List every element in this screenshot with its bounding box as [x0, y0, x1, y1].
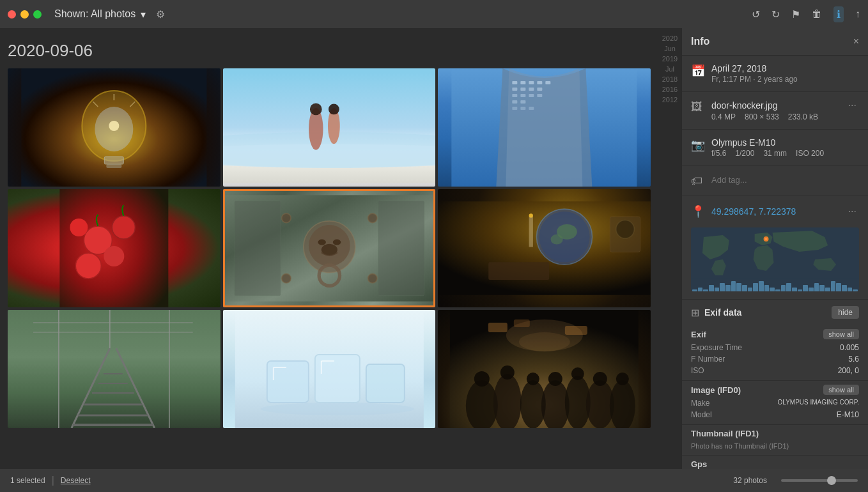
minimize-window-button[interactable]: [20, 10, 29, 19]
svg-rect-78: [8, 310, 221, 428]
photo-area-wrapper: 2020-09-06: [0, 28, 681, 469]
timeline-year-2019[interactable]: 2019: [662, 54, 678, 64]
export-icon[interactable]: ↑: [855, 8, 860, 20]
titlebar-actions: ↺ ↻ ⚑ 🗑 ℹ ↑: [752, 6, 860, 22]
map-bar: [836, 283, 841, 291]
svg-rect-23: [521, 88, 526, 91]
rotate-right-icon[interactable]: ↻: [771, 8, 780, 20]
svg-rect-34: [529, 107, 534, 110]
info-shutter: 1/200: [735, 149, 754, 158]
map-bar: [792, 288, 797, 291]
map-bar: [709, 285, 714, 291]
exif-row-exposure: Exposure Time 0.005: [691, 342, 859, 353]
info-file-content: door-knocker.jpg ··· 0.4 MP 800 × 533 23…: [711, 100, 859, 121]
svg-point-37: [112, 216, 135, 239]
photo-thumb-lightbulb[interactable]: [8, 68, 221, 187]
photo-thumb-globe[interactable]: [438, 189, 651, 307]
timeline-year-2020[interactable]: 2020: [662, 33, 678, 43]
exif-ifd0-header: Image (IFD0) show all: [691, 385, 859, 395]
info-panel-header: Info ×: [682, 28, 868, 56]
rotate-left-icon[interactable]: ↺: [752, 8, 760, 20]
deselect-button[interactable]: Deselect: [61, 476, 91, 485]
svg-point-51: [368, 213, 376, 222]
svg-point-101: [593, 372, 607, 386]
location-more-button[interactable]: ···: [846, 206, 859, 217]
info-camera-content: Olympus E-M10 f/5.6 1/200 31 mm ISO 200: [711, 137, 859, 158]
info-date-section: 📅 April 27, 2018 Fr, 1:17 PM · 2 years a…: [682, 56, 868, 92]
filter-selector[interactable]: Shown: All photos ▾: [54, 8, 146, 20]
map-bar: [798, 289, 803, 291]
svg-point-99: [548, 372, 562, 386]
close-window-button[interactable]: [8, 10, 16, 19]
exif-hide-button[interactable]: hide: [832, 306, 859, 319]
svg-rect-107: [565, 326, 587, 335]
map-graph: [691, 279, 859, 291]
exif-gps-header: Gps: [691, 459, 859, 469]
svg-point-11: [223, 144, 436, 167]
info-location-row: 📍 49.298647, 7.722378 ···: [691, 204, 859, 219]
exif-gps-title: Gps: [691, 459, 707, 469]
tag-icon: 🏷: [691, 174, 704, 188]
map-container[interactable]: [691, 227, 859, 291]
gear-icon[interactable]: ⚙: [156, 8, 165, 20]
map-bar: [775, 289, 780, 291]
flag-icon[interactable]: ⚑: [791, 8, 800, 20]
info-aperture: f/5.6: [711, 149, 726, 158]
map-bar: [786, 283, 791, 291]
info-panel: Info × 📅 April 27, 2018 Fr, 1:17 PM · 2 …: [681, 28, 868, 469]
photo-thumb-building[interactable]: [438, 68, 651, 187]
timeline-month-jun[interactable]: Jun: [664, 43, 676, 54]
svg-rect-42: [235, 201, 281, 295]
photo-thumb-railway[interactable]: [8, 310, 221, 428]
timeline-month-jul[interactable]: Jul: [665, 64, 674, 74]
exif-show-all-button[interactable]: show all: [823, 329, 859, 339]
exif-group-exif: Exif show all Exposure Time 0.005 F Numb…: [682, 325, 868, 381]
info-file-meta: 0.4 MP 800 × 533 233.0 kB: [711, 112, 859, 121]
exif-key-exposure: Exposure Time: [691, 343, 742, 352]
svg-rect-21: [546, 81, 551, 84]
tag-input[interactable]: [711, 175, 859, 185]
map-bar: [848, 288, 853, 291]
zoom-thumb[interactable]: [827, 476, 836, 485]
photo-thumb-knocker[interactable]: [223, 189, 436, 307]
map-bar: [803, 285, 808, 291]
zoom-slider[interactable]: [781, 479, 858, 482]
info-file-section: 🖼 door-knocker.jpg ··· 0.4 MP 800 × 533 …: [682, 92, 868, 130]
svg-point-46: [318, 240, 326, 245]
photo-scroll[interactable]: 2020-09-06: [0, 28, 681, 469]
timeline-year-2018[interactable]: 2018: [662, 74, 678, 84]
photo-thumb-ice[interactable]: [223, 310, 436, 428]
titlebar: Shown: All photos ▾ ⚙ ↺ ↻ ⚑ 🗑 ℹ ↑: [0, 0, 868, 28]
info-icon[interactable]: ℹ: [833, 6, 844, 22]
svg-point-15: [329, 104, 339, 114]
trash-icon[interactable]: 🗑: [812, 8, 822, 20]
svg-point-62: [529, 213, 533, 217]
file-more-button[interactable]: ···: [846, 100, 859, 111]
location-icon: 📍: [691, 204, 704, 219]
exif-row-model: Model E-M10: [691, 409, 859, 420]
timeline-year-2016[interactable]: 2016: [662, 84, 678, 95]
info-panel-close-button[interactable]: ×: [853, 36, 859, 47]
status-selected-text: 1 selected: [10, 476, 45, 485]
map-bar: [842, 285, 847, 291]
map-bar: [748, 288, 753, 291]
svg-rect-106: [514, 319, 530, 327]
svg-point-50: [281, 213, 290, 222]
timeline-year-2012[interactable]: 2012: [662, 95, 678, 105]
image-icon: 🖼: [691, 100, 704, 114]
exif-ifd0-show-all-button[interactable]: show all: [823, 385, 859, 395]
photo-thumb-crowd[interactable]: [438, 310, 651, 428]
info-tag-content[interactable]: [711, 174, 859, 185]
svg-rect-24: [529, 88, 534, 91]
photo-thumb-tomatoes[interactable]: [8, 189, 221, 307]
svg-rect-17: [513, 81, 518, 84]
map-bar: [764, 285, 770, 291]
map-bar: [814, 283, 819, 291]
photo-thumb-beach[interactable]: [223, 68, 436, 187]
svg-rect-25: [538, 88, 543, 91]
map-bar: [753, 283, 758, 291]
info-megapixels: 0.4 MP: [711, 112, 736, 121]
maximize-window-button[interactable]: [33, 10, 42, 19]
map-bar: [692, 289, 697, 291]
info-coords-row: 49.298647, 7.722378 ···: [711, 206, 859, 217]
